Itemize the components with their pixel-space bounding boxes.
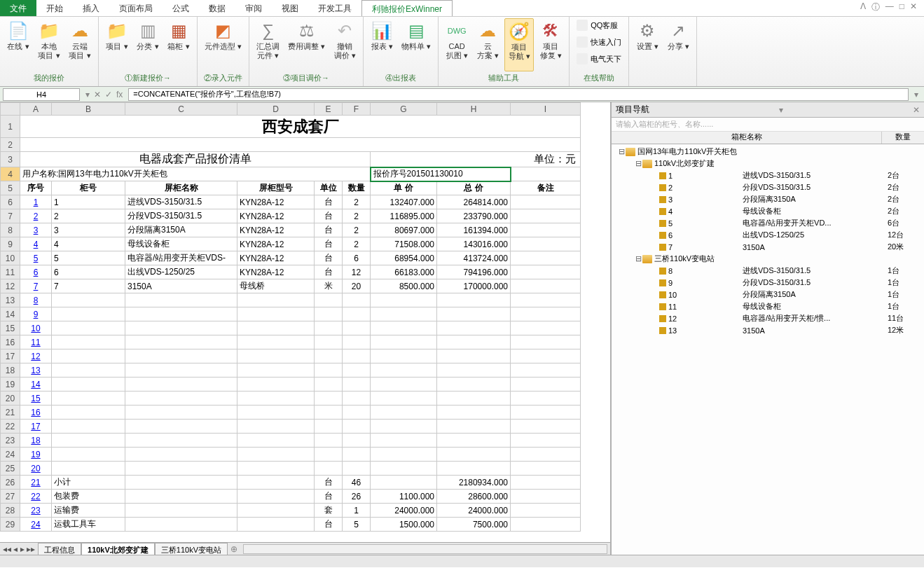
tab-数据[interactable]: 数据 xyxy=(199,0,235,16)
tree-node[interactable]: ⊟国网13年电力110kV开关柜包 xyxy=(613,146,923,158)
win-btn[interactable]: □ xyxy=(899,1,904,15)
selected-cell[interactable]: 报价序号201501130010 xyxy=(371,167,511,181)
panel-dropdown-icon[interactable]: ▾ xyxy=(779,105,783,115)
worksheet[interactable]: ABCDEFGHI1西安成套厂23电器成套产品报价清单单位：元4用户名称:国网1… xyxy=(0,102,611,555)
panel-search[interactable]: 请输入箱柜的柜号、名称...... xyxy=(612,118,924,132)
tree-node[interactable]: 11母线设备柜1台 xyxy=(613,300,923,312)
ribbon-元件选型[interactable]: ◩元件选型 ▾ xyxy=(202,18,244,71)
tab-审阅[interactable]: 审阅 xyxy=(235,0,272,16)
tree-node[interactable]: 10分段隔离3150A1台 xyxy=(613,289,923,300)
tree-node[interactable]: 73150A20米 xyxy=(613,241,923,253)
ribbon-项目修复[interactable]: 🛠项目 修复 ▾ xyxy=(537,18,565,71)
tree-node[interactable]: 6出线VDS-1250/2512台 xyxy=(613,229,923,241)
col-H[interactable]: H xyxy=(437,103,511,116)
tab-利驰报价ExWinner[interactable]: 利驰报价ExWinner xyxy=(361,0,453,16)
col-E[interactable]: E xyxy=(315,103,343,116)
tree-node[interactable]: 12电容器/站用变开关柜/惯...11台 xyxy=(613,312,923,324)
panel-title: 项目导航 xyxy=(616,104,649,116)
tree-node[interactable]: ⊟三桥110kV变电站 xyxy=(613,253,923,265)
col-G[interactable]: G xyxy=(371,103,437,116)
win-btn[interactable]: ✕ xyxy=(910,1,917,15)
panel-col-name: 箱柜名称 xyxy=(612,132,882,144)
fx-label: ▾✕✓fx xyxy=(83,90,125,99)
win-btn[interactable]: — xyxy=(885,1,894,15)
tab-插入[interactable]: 插入 xyxy=(73,0,109,16)
tab-公式[interactable]: 公式 xyxy=(163,0,199,16)
window-controls: ᐱⓘ—□✕ xyxy=(853,0,924,16)
formula-input[interactable] xyxy=(128,88,909,101)
ribbon-云方案[interactable]: ☁云 方案 ▾ xyxy=(474,18,502,71)
menu-bar: 文件 开始插入页面布局公式数据审阅视图开发工具利驰报价ExWinner ᐱⓘ—□… xyxy=(0,0,924,17)
sheet-tab-工程信息[interactable]: 工程信息 xyxy=(38,543,81,555)
ribbon-项目[interactable]: 📁项目 ▾ xyxy=(103,18,131,71)
name-box[interactable] xyxy=(3,88,80,101)
tree-node[interactable]: 4母线设备柜2台 xyxy=(613,205,923,217)
tree-node[interactable]: 8进线VDS-3150/31.51台 xyxy=(613,265,923,277)
col-F[interactable]: F xyxy=(343,103,371,116)
h-scrollbar[interactable] xyxy=(243,544,607,554)
sheet-tab-110kV北郊变扩建[interactable]: 110kV北郊变扩建 xyxy=(81,543,155,555)
tree-node[interactable]: 2分段VDS-3150/31.52台 xyxy=(613,181,923,193)
ribbon-项目导航[interactable]: 🧭项目 导航 ▾ xyxy=(504,18,534,71)
tree-node[interactable]: 9分段VDS-3150/31.51台 xyxy=(613,277,923,289)
row-link[interactable]: 3 xyxy=(20,223,52,237)
ribbon-分享[interactable]: ↗分享 ▾ xyxy=(664,18,692,82)
ribbon-设置[interactable]: ⚙设置 ▾ xyxy=(633,18,661,82)
sheet-tabs: ◂◂ ◂ ▸ ▸▸ 工程信息110kV北郊变扩建三桥110kV变电站 ⊕ xyxy=(0,542,610,555)
ribbon-箱柜[interactable]: ▦箱柜 ▾ xyxy=(165,18,193,71)
ribbon-报表[interactable]: 📊报表 ▾ xyxy=(368,18,396,71)
panel-tree[interactable]: ⊟国网13年电力110kV开关柜包⊟110kV北郊变扩建1进线VDS-3150/… xyxy=(612,144,924,555)
tab-开发工具[interactable]: 开发工具 xyxy=(308,0,361,16)
tree-node[interactable]: 133150A12米 xyxy=(613,324,923,336)
ribbon-费用调整[interactable]: ⚖费用调整 ▾ xyxy=(285,18,328,71)
ribbon: 📄在线 ▾📁本地 项目 ▾☁云端 项目 ▾我的报价📁项目 ▾▥分类 ▾▦箱柜 ▾… xyxy=(0,17,924,87)
ribbon-电气天下[interactable]: 电气天下 xyxy=(574,52,624,66)
col-A[interactable]: A xyxy=(20,103,52,116)
tab-开始[interactable]: 开始 xyxy=(36,0,73,16)
col-C[interactable]: C xyxy=(125,103,237,116)
formula-bar: ▾✕✓fx ▾ xyxy=(0,87,924,102)
tree-node[interactable]: 5电容器/站用变开关柜VD...6台 xyxy=(613,217,923,229)
tree-node[interactable]: 3分段隔离3150A2台 xyxy=(613,193,923,205)
tab-file[interactable]: 文件 xyxy=(0,0,36,16)
col-I[interactable]: I xyxy=(511,103,581,116)
tree-node[interactable]: 1进线VDS-3150/31.52台 xyxy=(613,169,923,181)
ribbon-QQ客服[interactable]: QQ客服 xyxy=(574,18,621,32)
tab-nav[interactable]: ◂◂ ◂ ▸ ▸▸ xyxy=(0,544,38,554)
sheet-tab-三桥110kV变电站[interactable]: 三桥110kV变电站 xyxy=(155,543,228,555)
win-btn[interactable]: ⓘ xyxy=(871,1,880,15)
ribbon-快速入门[interactable]: 快速入门 xyxy=(574,35,624,49)
ribbon-在线[interactable]: 📄在线 ▾ xyxy=(4,18,32,71)
row-link[interactable]: 1 xyxy=(20,195,52,209)
tab-视图[interactable]: 视图 xyxy=(272,0,308,16)
col-D[interactable]: D xyxy=(237,103,315,116)
nav-panel: 项目导航▾✕ 请输入箱柜的柜号、名称...... 箱柜名称数量 ⊟国网13年电力… xyxy=(611,102,924,555)
row-link[interactable]: 2 xyxy=(20,209,52,223)
sheet-title: 西安成套厂 xyxy=(20,116,581,138)
ribbon-分类[interactable]: ▥分类 ▾ xyxy=(134,18,162,71)
ribbon-本地项目[interactable]: 📁本地 项目 ▾ xyxy=(35,18,63,71)
ribbon-物料单[interactable]: ▤物料单 ▾ xyxy=(399,18,434,71)
ribbon-汇总调元件[interactable]: ∑汇总调 元件 ▾ xyxy=(254,18,282,71)
win-btn[interactable]: ᐱ xyxy=(860,1,866,15)
new-sheet-icon[interactable]: ⊕ xyxy=(228,544,240,554)
ribbon-云端项目[interactable]: ☁云端 项目 ▾ xyxy=(66,18,94,71)
row-link[interactable]: 4 xyxy=(20,237,52,251)
row-link[interactable]: 6 xyxy=(20,265,52,279)
tree-node[interactable]: ⊟110kV北郊变扩建 xyxy=(613,158,923,169)
tab-页面布局[interactable]: 页面布局 xyxy=(109,0,163,16)
row-link[interactable]: 7 xyxy=(20,279,52,293)
ribbon-撤销调价[interactable]: ↶撤销 调价 ▾ xyxy=(331,18,359,71)
status-bar xyxy=(0,555,924,567)
ribbon-CAD扒图[interactable]: DWGCAD 扒图 ▾ xyxy=(443,18,471,71)
panel-col-count: 数量 xyxy=(882,132,924,144)
panel-close-icon[interactable]: ✕ xyxy=(913,105,920,115)
col-B[interactable]: B xyxy=(52,103,125,116)
row-link[interactable]: 5 xyxy=(20,251,52,265)
